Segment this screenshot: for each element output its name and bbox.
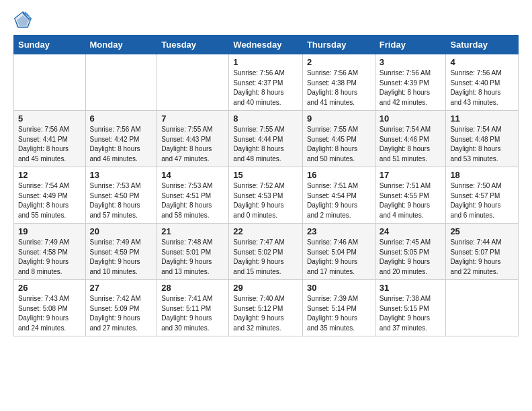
calendar-day-cell: 30Sunrise: 7:39 AM Sunset: 5:14 PM Dayli… bbox=[302, 280, 375, 336]
day-number: 25 bbox=[450, 226, 514, 236]
weekday-header-row: SundayMondayTuesdayWednesdayThursdayFrid… bbox=[14, 36, 519, 54]
day-info-text: Sunrise: 7:41 AM Sunset: 5:11 PM Dayligh… bbox=[161, 294, 224, 333]
day-info-text: Sunrise: 7:56 AM Sunset: 4:41 PM Dayligh… bbox=[18, 125, 81, 164]
day-number: 3 bbox=[380, 57, 442, 67]
calendar-day-cell: 25Sunrise: 7:44 AM Sunset: 5:07 PM Dayli… bbox=[446, 224, 519, 280]
day-info-text: Sunrise: 7:55 AM Sunset: 4:45 PM Dayligh… bbox=[307, 125, 371, 164]
day-number: 6 bbox=[90, 113, 153, 124]
calendar-day-cell: 5Sunrise: 7:56 AM Sunset: 4:41 PM Daylig… bbox=[14, 111, 86, 167]
day-info-text: Sunrise: 7:56 AM Sunset: 4:42 PM Dayligh… bbox=[90, 125, 153, 164]
day-number: 18 bbox=[450, 170, 514, 180]
calendar-day-cell: 10Sunrise: 7:54 AM Sunset: 4:46 PM Dayli… bbox=[375, 111, 446, 167]
day-info-text: Sunrise: 7:55 AM Sunset: 4:44 PM Dayligh… bbox=[233, 125, 298, 164]
day-info-text: Sunrise: 7:56 AM Sunset: 4:40 PM Dayligh… bbox=[450, 68, 514, 107]
day-info-text: Sunrise: 7:49 AM Sunset: 4:58 PM Dayligh… bbox=[18, 238, 81, 277]
day-info-text: Sunrise: 7:53 AM Sunset: 4:51 PM Dayligh… bbox=[161, 181, 224, 220]
day-info-text: Sunrise: 7:42 AM Sunset: 5:09 PM Dayligh… bbox=[90, 294, 153, 333]
calendar-day-cell: 4Sunrise: 7:56 AM Sunset: 4:40 PM Daylig… bbox=[446, 54, 519, 111]
weekday-header-monday: Monday bbox=[85, 36, 157, 54]
calendar-day-cell: 14Sunrise: 7:53 AM Sunset: 4:51 PM Dayli… bbox=[157, 167, 229, 224]
day-number: 17 bbox=[380, 170, 442, 180]
calendar-day-cell: 2Sunrise: 7:56 AM Sunset: 4:38 PM Daylig… bbox=[302, 54, 375, 111]
day-number: 30 bbox=[307, 283, 371, 293]
calendar-day-cell: 19Sunrise: 7:49 AM Sunset: 4:58 PM Dayli… bbox=[14, 224, 86, 280]
day-info-text: Sunrise: 7:52 AM Sunset: 4:53 PM Dayligh… bbox=[233, 181, 298, 220]
calendar-day-cell: 15Sunrise: 7:52 AM Sunset: 4:53 PM Dayli… bbox=[229, 167, 303, 224]
day-number: 26 bbox=[18, 283, 81, 293]
day-info-text: Sunrise: 7:44 AM Sunset: 5:07 PM Dayligh… bbox=[450, 238, 514, 277]
calendar-day-cell: 23Sunrise: 7:46 AM Sunset: 5:04 PM Dayli… bbox=[302, 224, 375, 280]
day-info-text: Sunrise: 7:56 AM Sunset: 4:38 PM Dayligh… bbox=[307, 68, 371, 107]
day-number: 14 bbox=[161, 170, 224, 180]
calendar-day-cell: 20Sunrise: 7:49 AM Sunset: 4:59 PM Dayli… bbox=[85, 224, 157, 280]
calendar-day-cell: 9Sunrise: 7:55 AM Sunset: 4:45 PM Daylig… bbox=[302, 111, 375, 167]
weekday-header-thursday: Thursday bbox=[302, 36, 375, 54]
day-info-text: Sunrise: 7:56 AM Sunset: 4:37 PM Dayligh… bbox=[233, 68, 298, 107]
day-number: 15 bbox=[233, 170, 298, 180]
calendar-day-cell: 18Sunrise: 7:50 AM Sunset: 4:57 PM Dayli… bbox=[446, 167, 519, 224]
weekday-header-sunday: Sunday bbox=[14, 36, 86, 54]
day-number: 5 bbox=[18, 113, 81, 124]
day-number: 20 bbox=[90, 226, 153, 236]
calendar-week-row: 26Sunrise: 7:43 AM Sunset: 5:08 PM Dayli… bbox=[14, 280, 519, 336]
day-number: 24 bbox=[380, 226, 442, 236]
day-info-text: Sunrise: 7:55 AM Sunset: 4:43 PM Dayligh… bbox=[161, 125, 224, 164]
day-info-text: Sunrise: 7:47 AM Sunset: 5:02 PM Dayligh… bbox=[233, 238, 298, 277]
calendar-day-cell: 6Sunrise: 7:56 AM Sunset: 4:42 PM Daylig… bbox=[85, 111, 157, 167]
calendar-day-cell: 28Sunrise: 7:41 AM Sunset: 5:11 PM Dayli… bbox=[157, 280, 229, 336]
day-number: 22 bbox=[233, 226, 298, 236]
day-number: 4 bbox=[450, 57, 514, 67]
day-number: 10 bbox=[380, 113, 442, 124]
calendar-day-cell: 16Sunrise: 7:51 AM Sunset: 4:54 PM Dayli… bbox=[302, 167, 375, 224]
empty-day-cell bbox=[85, 54, 157, 111]
day-number: 23 bbox=[307, 226, 371, 236]
day-info-text: Sunrise: 7:46 AM Sunset: 5:04 PM Dayligh… bbox=[307, 238, 371, 277]
day-info-text: Sunrise: 7:38 AM Sunset: 5:15 PM Dayligh… bbox=[380, 294, 442, 333]
calendar-week-row: 5Sunrise: 7:56 AM Sunset: 4:41 PM Daylig… bbox=[14, 111, 519, 167]
day-info-text: Sunrise: 7:50 AM Sunset: 4:57 PM Dayligh… bbox=[450, 181, 514, 220]
weekday-header-friday: Friday bbox=[375, 36, 446, 54]
calendar-day-cell: 21Sunrise: 7:48 AM Sunset: 5:01 PM Dayli… bbox=[157, 224, 229, 280]
day-info-text: Sunrise: 7:54 AM Sunset: 4:46 PM Dayligh… bbox=[380, 125, 442, 164]
day-number: 12 bbox=[18, 170, 81, 180]
day-number: 2 bbox=[307, 57, 371, 67]
day-number: 29 bbox=[233, 283, 298, 293]
calendar-day-cell: 24Sunrise: 7:45 AM Sunset: 5:05 PM Dayli… bbox=[375, 224, 446, 280]
logo-icon bbox=[13, 11, 32, 30]
calendar-day-cell: 22Sunrise: 7:47 AM Sunset: 5:02 PM Dayli… bbox=[229, 224, 303, 280]
calendar-week-row: 19Sunrise: 7:49 AM Sunset: 4:58 PM Dayli… bbox=[14, 224, 519, 280]
day-info-text: Sunrise: 7:54 AM Sunset: 4:49 PM Dayligh… bbox=[18, 181, 81, 220]
weekday-header-saturday: Saturday bbox=[446, 36, 519, 54]
calendar-day-cell: 13Sunrise: 7:53 AM Sunset: 4:50 PM Dayli… bbox=[85, 167, 157, 224]
logo bbox=[13, 11, 35, 30]
calendar-day-cell: 29Sunrise: 7:40 AM Sunset: 5:12 PM Dayli… bbox=[229, 280, 303, 336]
day-number: 11 bbox=[450, 113, 514, 124]
weekday-header-tuesday: Tuesday bbox=[157, 36, 229, 54]
day-number: 28 bbox=[161, 283, 224, 293]
weekday-header-wednesday: Wednesday bbox=[229, 36, 303, 54]
calendar-week-row: 1Sunrise: 7:56 AM Sunset: 4:37 PM Daylig… bbox=[14, 54, 519, 111]
day-number: 1 bbox=[233, 57, 298, 67]
day-number: 7 bbox=[161, 113, 224, 124]
empty-day-cell bbox=[157, 54, 229, 111]
calendar-day-cell: 7Sunrise: 7:55 AM Sunset: 4:43 PM Daylig… bbox=[157, 111, 229, 167]
day-number: 31 bbox=[380, 283, 442, 293]
day-info-text: Sunrise: 7:53 AM Sunset: 4:50 PM Dayligh… bbox=[90, 181, 153, 220]
day-info-text: Sunrise: 7:45 AM Sunset: 5:05 PM Dayligh… bbox=[380, 238, 442, 277]
day-number: 8 bbox=[233, 113, 298, 124]
day-info-text: Sunrise: 7:43 AM Sunset: 5:08 PM Dayligh… bbox=[18, 294, 81, 333]
calendar-week-row: 12Sunrise: 7:54 AM Sunset: 4:49 PM Dayli… bbox=[14, 167, 519, 224]
day-number: 9 bbox=[307, 113, 371, 124]
calendar-day-cell: 12Sunrise: 7:54 AM Sunset: 4:49 PM Dayli… bbox=[14, 167, 86, 224]
calendar-day-cell: 11Sunrise: 7:54 AM Sunset: 4:48 PM Dayli… bbox=[446, 111, 519, 167]
day-info-text: Sunrise: 7:39 AM Sunset: 5:14 PM Dayligh… bbox=[307, 294, 371, 333]
calendar-table: SundayMondayTuesdayWednesdayThursdayFrid… bbox=[13, 35, 519, 336]
calendar-day-cell: 17Sunrise: 7:51 AM Sunset: 4:55 PM Dayli… bbox=[375, 167, 446, 224]
day-info-text: Sunrise: 7:51 AM Sunset: 4:55 PM Dayligh… bbox=[380, 181, 442, 220]
day-info-text: Sunrise: 7:56 AM Sunset: 4:39 PM Dayligh… bbox=[380, 68, 442, 107]
calendar-day-cell: 31Sunrise: 7:38 AM Sunset: 5:15 PM Dayli… bbox=[375, 280, 446, 336]
calendar-page: SundayMondayTuesdayWednesdayThursdayFrid… bbox=[0, 0, 532, 350]
calendar-day-cell: 3Sunrise: 7:56 AM Sunset: 4:39 PM Daylig… bbox=[375, 54, 446, 111]
day-number: 16 bbox=[307, 170, 371, 180]
calendar-day-cell: 27Sunrise: 7:42 AM Sunset: 5:09 PM Dayli… bbox=[85, 280, 157, 336]
